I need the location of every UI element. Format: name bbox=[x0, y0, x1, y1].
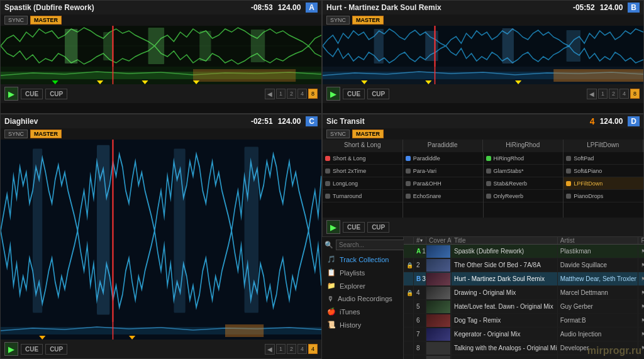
deck-b-letter: B bbox=[628, 3, 640, 13]
track-row[interactable]: 5 Hate/Love feat. Dawn - Original Mix Gu… bbox=[404, 300, 644, 314]
sampler-item-2-2[interactable]: Para-Vari bbox=[403, 165, 483, 177]
deck-b: Hurt - Martinez Dark Soul Remix -05:52 1… bbox=[322, 0, 644, 114]
track-collection-icon: 🎵 bbox=[327, 255, 336, 263]
track-row[interactable]: 8 Talking with the Analogs - Original Mi… bbox=[404, 341, 644, 355]
sampler-item-3-4[interactable]: OnlyReverb bbox=[484, 190, 564, 202]
deck-d-master-button[interactable]: MASTER bbox=[352, 130, 384, 138]
sampler-item-3-1[interactable]: HiRingRhod bbox=[484, 152, 564, 165]
deck-d-sync-button[interactable]: SYNC bbox=[326, 130, 350, 138]
sampler-dot-3-3 bbox=[486, 181, 491, 186]
td-title: Talking with the Analogs - Original Mix bbox=[452, 341, 558, 355]
deck-a-cue-button[interactable]: CUE bbox=[21, 89, 43, 99]
sidebar-item-audio-recordings[interactable]: 🎙 Audio Recordings bbox=[322, 292, 403, 305]
sidebar-item-history[interactable]: 📜 History bbox=[322, 318, 403, 331]
deck-a-cup-button[interactable]: CUP bbox=[45, 89, 67, 99]
sampler-item-1-3[interactable]: LongLong bbox=[323, 177, 402, 190]
deck-c-loop-2[interactable]: 2 bbox=[287, 344, 296, 354]
sampler-item-4-2[interactable]: Soft&Piano bbox=[564, 165, 643, 177]
sampler-item-1-4[interactable]: Turnaround bbox=[323, 190, 402, 202]
search-icon: 🔍 bbox=[325, 241, 333, 249]
deck-b-sync-button[interactable]: SYNC bbox=[326, 16, 350, 25]
th-release[interactable]: Release bbox=[638, 237, 644, 244]
track-row[interactable]: 7 Kegerator - Original Mix Audio Injecti… bbox=[404, 328, 644, 341]
deck-c-loop-8[interactable]: 4 bbox=[308, 344, 318, 354]
deck-a-sync-button[interactable]: SYNC bbox=[4, 16, 28, 25]
sampler-item-2-4[interactable]: EchoSnare bbox=[403, 190, 483, 202]
deck-c-loop-prev[interactable]: ◀ bbox=[265, 344, 275, 355]
deck-b-cup-button[interactable]: CUP bbox=[367, 89, 389, 99]
svg-rect-11 bbox=[193, 69, 296, 82]
deck-b-loop-1[interactable]: 1 bbox=[598, 89, 608, 99]
sidebar-item-track-collection[interactable]: 🎵 Track Collection bbox=[322, 253, 403, 266]
track-row[interactable]: 9 Candy feat. Matt Tolfrey Lee Curtiss ⚑… bbox=[404, 355, 644, 359]
sampler-item-2-3[interactable]: Para&OHH bbox=[403, 177, 483, 190]
playlists-icon: 📋 bbox=[327, 268, 336, 277]
track-list: #▾ Cover Art Title Artist Release BPM Ra… bbox=[404, 237, 644, 359]
td-cover bbox=[426, 341, 452, 355]
sampler-item-3-3[interactable]: Stab&Reverb bbox=[484, 177, 564, 190]
sampler-item-4-1[interactable]: SoftPad bbox=[564, 152, 643, 165]
track-row[interactable]: 6 Dog Tag - Remix Format:B ⚑ Dog Tag ⚑ 1… bbox=[404, 314, 644, 328]
deck-a-loop-4[interactable]: 4 bbox=[297, 89, 307, 99]
sidebar-item-itunes[interactable]: 🍎 iTunes bbox=[322, 305, 403, 318]
deck-b-loop-prev[interactable]: ◀ bbox=[587, 89, 597, 99]
sampler-dot-2-2 bbox=[406, 168, 411, 174]
sampler-label-3-4: OnlyReverb bbox=[494, 193, 524, 199]
deck-b-mini-svg bbox=[323, 67, 643, 84]
deck-a-loop-1[interactable]: 1 bbox=[276, 89, 286, 99]
deck-c-loop-1[interactable]: 1 bbox=[276, 344, 286, 354]
svg-rect-2 bbox=[65, 29, 77, 64]
deck-b-loop-4[interactable]: 4 bbox=[619, 89, 629, 99]
sampler-item-4-4[interactable]: PianoDrops bbox=[564, 190, 643, 202]
deck-d-play-button[interactable]: ▶ bbox=[326, 220, 340, 234]
track-row[interactable]: A1 Spastik (Dubfire Rework) Plastikman ⚑… bbox=[404, 245, 644, 258]
deck-c-cue-button[interactable]: CUE bbox=[21, 344, 43, 355]
deck-b-play-button[interactable]: ▶ bbox=[326, 87, 340, 101]
td-title: Kegerator - Original Mix bbox=[452, 328, 558, 341]
sampler-dot-4-1 bbox=[566, 156, 571, 161]
td-lock bbox=[404, 300, 414, 313]
deck-c-play-button[interactable]: ▶ bbox=[4, 342, 18, 356]
deck-a-header: Spastik (Dubfire Rework) -08:53 124.00 A bbox=[1, 1, 321, 14]
deck-a-loop-prev[interactable]: ◀ bbox=[265, 89, 275, 99]
track-row[interactable]: B3 Hurt - Martinez Dark Soul Remix Matth… bbox=[404, 272, 644, 286]
sidebar-label-explorer: Explorer bbox=[340, 282, 365, 290]
svg-rect-31 bbox=[1, 140, 321, 322]
deck-b-cue-button[interactable]: CUE bbox=[343, 89, 365, 99]
deck-a-master-button[interactable]: MASTER bbox=[30, 16, 62, 25]
deck-a-play-button[interactable]: ▶ bbox=[4, 87, 18, 101]
deck-c-title: Diaghilev bbox=[4, 117, 38, 126]
deck-c-master-button[interactable]: MASTER bbox=[30, 130, 62, 138]
sampler-item-3-2[interactable]: GlamStabs* bbox=[484, 165, 564, 177]
sampler-item-1-1[interactable]: Short & Long bbox=[323, 152, 402, 165]
track-row[interactable]: 🔒 2 The Other Side Of Bed - 7A/8A Davide… bbox=[404, 258, 644, 272]
th-num[interactable]: #▾ bbox=[414, 237, 426, 244]
td-artist: Lee Curtiss bbox=[558, 355, 639, 359]
deck-b-bpm: 124.00 bbox=[600, 3, 623, 12]
sampler-dot-4-4 bbox=[566, 194, 571, 199]
deck-b-loop-8[interactable]: 8 bbox=[630, 89, 640, 99]
deck-d-cue-button[interactable]: CUE bbox=[343, 222, 365, 233]
deck-c-cup-button[interactable]: CUP bbox=[45, 344, 67, 355]
th-artist[interactable]: Artist bbox=[558, 237, 639, 244]
deck-b-master-button[interactable]: MASTER bbox=[352, 16, 384, 25]
td-cover bbox=[426, 245, 452, 258]
td-release: ⚑ Dog Tag bbox=[638, 314, 644, 327]
sidebar-item-explorer[interactable]: 📁 Explorer bbox=[322, 279, 403, 292]
deck-c-loop-4[interactable]: 4 bbox=[297, 344, 307, 354]
td-cover bbox=[426, 258, 452, 272]
deck-c-letter: C bbox=[306, 116, 318, 126]
sampler-item-1-2[interactable]: Short 2xTime bbox=[323, 165, 402, 177]
deck-b-loop-2[interactable]: 2 bbox=[609, 89, 618, 99]
sampler-item-2-1[interactable]: Paradiddle bbox=[403, 152, 483, 165]
deck-c-sync-button[interactable]: SYNC bbox=[4, 130, 28, 138]
deck-a-loop-8[interactable]: 8 bbox=[308, 89, 318, 99]
sidebar-label-history: History bbox=[340, 321, 361, 329]
deck-a-loop-2[interactable]: 2 bbox=[287, 89, 296, 99]
sidebar-item-playlists[interactable]: 📋 Playlists bbox=[322, 266, 403, 279]
th-title[interactable]: Title bbox=[452, 237, 558, 244]
track-row[interactable]: 🔒 4 Drawing - Original Mix Marcel Dettma… bbox=[404, 286, 644, 300]
sampler-item-4-3[interactable]: LPFiltDown bbox=[564, 177, 643, 190]
right-panel: Sic Transit 4 124.00 D SYNC MASTER Short… bbox=[322, 114, 644, 359]
deck-d-cup-button[interactable]: CUP bbox=[367, 222, 389, 233]
